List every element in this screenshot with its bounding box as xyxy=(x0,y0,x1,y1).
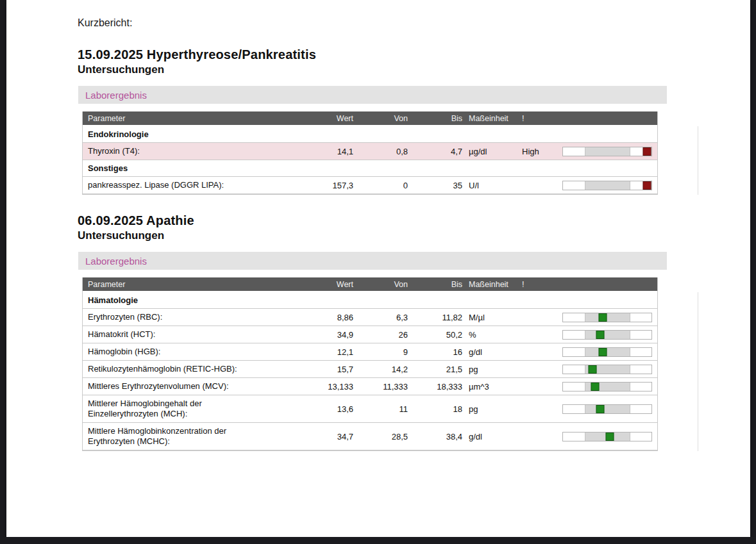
range-indicator-cell xyxy=(562,147,659,156)
wert-cell: 157,3 xyxy=(308,181,353,190)
bis-cell: 11,82 xyxy=(408,313,462,322)
unit-cell: pg xyxy=(462,404,517,414)
column-header-flag: ! xyxy=(517,280,562,289)
column-header-masseinheit: Maßeinheit xyxy=(462,280,517,289)
range-marker xyxy=(588,365,596,374)
wert-cell: 34,7 xyxy=(308,432,353,441)
range-indicator-bar xyxy=(562,147,652,156)
lab-result-table: Parameter Wert Von Bis Maßeinheit ! Endo… xyxy=(82,111,658,195)
parameter-cell: Hämatokrit (HCT): xyxy=(83,326,246,343)
lab-result-row[interactable]: Thyroxin (T4): 14,1 0,8 4,7 µg/dl High xyxy=(83,143,657,160)
lab-result-panel-header[interactable]: Laborergebnis xyxy=(78,86,667,104)
wert-cell: 8,86 xyxy=(308,313,353,322)
report-sections: 15.09.2025 Hyperthyreose/Pankreatitis Un… xyxy=(6,47,750,451)
von-cell: 0,8 xyxy=(353,147,408,156)
table-header-row: Parameter Wert Von Bis Maßeinheit ! xyxy=(83,111,657,126)
lab-result-row[interactable]: Hämoglobin (HGB): 12,1 9 16 g/dl xyxy=(83,343,657,361)
von-cell: 0 xyxy=(353,181,408,190)
report-section: 06.09.2025 Apathie Untersuchungen Labore… xyxy=(6,213,750,451)
report-page: Kurzbericht: 15.09.2025 Hyperthyreose/Pa… xyxy=(6,0,750,537)
parameter-cell: Mittlerer Hämoglobingehalt der Einzeller… xyxy=(83,395,246,422)
parameter-cell: Retikulozytenhämoglobin (RETIC-HGB): xyxy=(83,361,246,377)
table-body: Hämatologie Erythrozyten (RBC): 8,86 6,3… xyxy=(83,292,657,450)
range-marker xyxy=(599,348,607,356)
range-indicator-cell xyxy=(562,382,659,392)
range-indicator-bar xyxy=(562,347,652,357)
column-header-von: Von xyxy=(353,114,408,123)
group-label: Endokrinologie xyxy=(83,126,659,142)
range-indicator-cell xyxy=(562,313,659,322)
column-header-bis: Bis xyxy=(408,280,462,289)
panel-label: Laborergebnis xyxy=(85,90,147,101)
flag-cell: High xyxy=(517,147,562,156)
app-frame: Kurzbericht: 15.09.2025 Hyperthyreose/Pa… xyxy=(0,0,756,544)
range-marker xyxy=(596,405,604,413)
table-header-row: Parameter Wert Von Bis Maßeinheit ! xyxy=(83,277,657,292)
bis-cell: 4,7 xyxy=(408,147,462,156)
parameter-cell: Erythrozyten (RBC): xyxy=(83,309,246,326)
range-indicator-bar xyxy=(562,432,652,441)
bis-cell: 50,2 xyxy=(408,330,462,340)
von-cell: 26 xyxy=(353,330,408,340)
unit-cell: M/µl xyxy=(462,313,517,322)
range-indicator-bar xyxy=(562,365,652,374)
column-header-wert: Wert xyxy=(308,114,353,123)
column-header-bis: Bis xyxy=(408,114,462,123)
von-cell: 6,3 xyxy=(353,313,408,322)
lab-result-row[interactable]: Erythrozyten (RBC): 8,86 6,3 11,82 M/µl xyxy=(83,309,657,326)
range-indicator-bar xyxy=(562,382,652,392)
panel-label: Laborergebnis xyxy=(85,256,147,267)
taskbar-strip xyxy=(0,537,756,544)
bis-cell: 18 xyxy=(408,404,462,414)
group-row[interactable]: Endokrinologie xyxy=(83,126,657,143)
range-indicator-bar xyxy=(562,330,652,340)
column-header-von: Von xyxy=(353,280,408,289)
range-indicator-cell xyxy=(562,432,659,441)
range-marker xyxy=(596,331,604,339)
group-label: Sonstiges xyxy=(83,160,659,176)
column-header-masseinheit: Maßeinheit xyxy=(462,114,517,123)
group-label: Hämatologie xyxy=(83,292,659,308)
parameter-cell: pankreasspez. Lipase (DGGR LIPA): xyxy=(83,177,246,194)
section-subtitle: Untersuchungen xyxy=(78,63,750,76)
unit-cell: % xyxy=(462,330,517,340)
group-row[interactable]: Sonstiges xyxy=(83,160,657,177)
bis-cell: 18,333 xyxy=(408,382,462,392)
section-subtitle: Untersuchungen xyxy=(78,229,750,242)
range-indicator-cell xyxy=(562,365,659,374)
wert-cell: 13,133 xyxy=(308,382,353,392)
unit-cell: pg xyxy=(462,365,517,374)
lab-result-row[interactable]: Mittlere Hämoglobinkonzentration der Ery… xyxy=(83,423,657,450)
range-indicator-bar xyxy=(562,313,652,322)
range-indicator-cell xyxy=(562,404,659,414)
unit-cell: g/dl xyxy=(462,432,517,441)
range-indicator-cell xyxy=(562,347,659,357)
range-marker xyxy=(606,433,614,441)
unit-cell: U/l xyxy=(462,181,517,190)
bis-cell: 35 xyxy=(408,181,462,190)
lab-result-row[interactable]: Retikulozytenhämoglobin (RETIC-HGB): 15,… xyxy=(83,361,657,378)
report-section: 15.09.2025 Hyperthyreose/Pankreatitis Un… xyxy=(6,47,750,195)
report-title: Kurzbericht: xyxy=(78,17,750,29)
unit-cell: µg/dl xyxy=(462,147,517,156)
lab-result-row[interactable]: Mittleres Erythrozytenvolumen (MCV): 13,… xyxy=(83,378,657,395)
lab-result-row[interactable]: Hämatokrit (HCT): 34,9 26 50,2 % xyxy=(83,326,657,343)
group-row[interactable]: Hämatologie xyxy=(83,292,657,309)
column-header-flag: ! xyxy=(517,114,562,123)
column-header-parameter: Parameter xyxy=(83,114,308,123)
lab-result-row[interactable]: pankreasspez. Lipase (DGGR LIPA): 157,3 … xyxy=(83,177,657,194)
column-header-wert: Wert xyxy=(308,280,353,289)
parameter-cell: Thyroxin (T4): xyxy=(83,143,246,160)
wert-cell: 15,7 xyxy=(308,365,353,374)
lab-result-panel-header[interactable]: Laborergebnis xyxy=(78,252,667,270)
parameter-cell: Mittleres Erythrozytenvolumen (MCV): xyxy=(83,378,246,395)
lab-result-row[interactable]: Mittlerer Hämoglobingehalt der Einzeller… xyxy=(83,395,657,423)
unit-cell: g/dl xyxy=(462,347,517,357)
table-body: Endokrinologie Thyroxin (T4): 14,1 0,8 4… xyxy=(83,126,657,194)
bis-cell: 21,5 xyxy=(408,365,462,374)
von-cell: 11,333 xyxy=(353,382,408,392)
von-cell: 9 xyxy=(353,347,408,357)
wert-cell: 14,1 xyxy=(308,147,353,156)
wert-cell: 34,9 xyxy=(308,330,353,340)
range-marker xyxy=(599,313,607,322)
